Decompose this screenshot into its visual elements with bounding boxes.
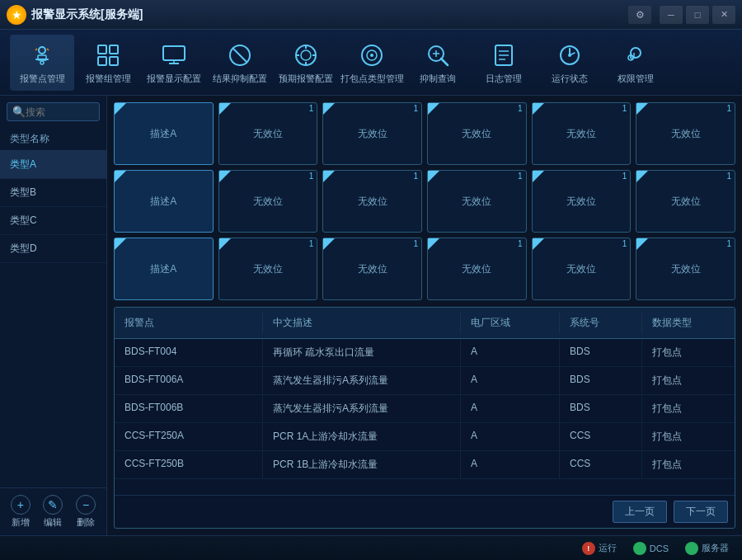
card-r2-c5[interactable]: 1无效位 (636, 238, 735, 300)
card-r0-c1[interactable]: 1无效位 (218, 102, 318, 165)
table-area: 报警点 中文描述 电厂区域 系统号 数据类型 BDS-FT004再循环 疏水泵出… (114, 307, 735, 529)
card-num: 1 (622, 104, 627, 113)
card-corner (428, 171, 439, 182)
card-r0-c0[interactable]: 描述A (114, 102, 214, 165)
sidebar-item-typeD[interactable]: 类型D (0, 235, 106, 263)
toolbar-item-alarm-point[interactable]: 报警点管理 (10, 35, 74, 91)
toolbar-item-log[interactable]: 日志管理 (472, 35, 536, 91)
log-icon (489, 40, 519, 70)
delete-button[interactable]: − 删除 (76, 495, 96, 529)
toolbar-item-query[interactable]: 抑制查询 (406, 35, 470, 91)
table-row[interactable]: BDS-FT006A蒸汽发生器排污A系列流量ABDS打包点 (115, 367, 735, 395)
sidebar-item-typeB[interactable]: 类型B (0, 179, 106, 207)
card-num: 1 (726, 239, 731, 248)
add-icon: + (11, 495, 31, 515)
card-corner (115, 171, 126, 182)
card-text: 无效位 (358, 195, 387, 209)
card-text: 无效位 (566, 127, 596, 141)
edit-button[interactable]: ✎ 编辑 (43, 495, 63, 529)
table-row[interactable]: BDS-FT004再循环 疏水泵出口流量ABDS打包点 (115, 339, 735, 367)
card-text: 无效位 (671, 127, 701, 141)
toolbar-label-alarm-point: 报警点管理 (20, 73, 65, 84)
delete-label: 删除 (77, 516, 95, 529)
card-num: 1 (309, 172, 314, 181)
sidebar-item-typeC[interactable]: 类型C (0, 207, 106, 235)
search-bar[interactable]: 🔍 (7, 102, 100, 121)
title-bar: ★ 报警显示系统[服务端] ⚙ ─ □ ✕ (0, 0, 742, 30)
status-bar: ! 运行 DCS 服务器 (0, 535, 742, 560)
table-pagination: 上一页 下一页 (115, 495, 735, 528)
minimize-button[interactable]: ─ (660, 6, 683, 24)
card-corner (219, 171, 231, 182)
table-row[interactable]: CCS-FT250BPCR 1B上游冷却水流量ACCS打包点 (115, 451, 735, 479)
toolbar-item-alarm-display[interactable]: 报警显示配置 (142, 35, 206, 91)
table-cell: BDS-FT006B (115, 395, 263, 422)
card-num: 1 (518, 104, 523, 113)
search-icon: 🔍 (12, 106, 26, 118)
table-cell: A (461, 395, 560, 422)
card-r2-c2[interactable]: 1无效位 (322, 238, 422, 300)
card-r1-c4[interactable]: 1无效位 (532, 170, 632, 233)
prev-page-button[interactable]: 上一页 (613, 501, 667, 523)
card-r0-c2[interactable]: 1无效位 (322, 102, 422, 165)
toolbar-item-status[interactable]: 运行状态 (538, 35, 602, 91)
table-cell: CCS-FT250B (115, 451, 263, 478)
card-text: 无效位 (358, 127, 387, 141)
table-cell: A (461, 423, 560, 450)
toolbar-item-predict[interactable]: 预期报警配置 (274, 35, 338, 91)
svg-point-23 (370, 54, 373, 57)
svg-point-0 (39, 47, 45, 54)
add-button[interactable]: + 新增 (11, 495, 31, 529)
card-r1-c5[interactable]: 1无效位 (636, 170, 735, 233)
card-r0-c4[interactable]: 1无效位 (532, 102, 632, 165)
card-r1-c0[interactable]: 描述A (114, 170, 214, 233)
card-r2-c3[interactable]: 1无效位 (427, 238, 527, 300)
svg-rect-10 (163, 46, 185, 60)
table-cell: A (461, 367, 560, 394)
card-text: 描述A (150, 127, 176, 141)
toolbar-item-suppress[interactable]: 结果抑制配置 (208, 35, 272, 91)
svg-point-3 (40, 61, 44, 64)
status-label-running: 运行 (599, 542, 617, 554)
edit-icon: ✎ (43, 495, 63, 515)
card-num: 1 (413, 172, 418, 181)
card-r1-c1[interactable]: 1无效位 (218, 170, 318, 233)
card-r1-c3[interactable]: 1无效位 (427, 170, 527, 233)
table-row[interactable]: CCS-FT250APCR 1A上游冷却水流量ACCS打包点 (115, 423, 735, 451)
card-r2-c4[interactable]: 1无效位 (532, 238, 632, 300)
card-corner (533, 171, 544, 182)
toolbar-label-status: 运行状态 (552, 73, 588, 84)
table-cell: PCR 1A上游冷却水流量 (263, 423, 461, 450)
table-cell: 打包点 (642, 395, 725, 422)
card-r0-c3[interactable]: 1无效位 (427, 102, 527, 165)
search-input[interactable] (26, 106, 92, 118)
table-header-desc: 中文描述 (263, 313, 461, 333)
toolbar-label-alarm-display: 报警显示配置 (147, 73, 201, 84)
table-cell: PCR 1B上游冷却水流量 (263, 451, 461, 478)
card-text: 无效位 (253, 262, 283, 276)
close-button[interactable]: ✕ (712, 6, 735, 24)
card-corner (323, 103, 335, 115)
toolbar-item-alarm-group[interactable]: 报警组管理 (76, 35, 140, 91)
svg-rect-9 (110, 57, 118, 65)
table-cell: 打包点 (642, 423, 725, 450)
sidebar-item-typeA[interactable]: 类型A (0, 151, 106, 179)
maximize-button[interactable]: □ (686, 6, 709, 24)
toolbar-item-auth[interactable]: 权限管理 (603, 35, 668, 91)
delete-icon: − (76, 495, 96, 515)
toolbar-item-package[interactable]: 打包点类型管理 (340, 35, 404, 91)
card-num: 1 (518, 172, 523, 181)
card-r0-c5[interactable]: 1无效位 (636, 102, 735, 165)
settings-button[interactable]: ⚙ (628, 6, 651, 24)
card-text: 描述A (150, 262, 176, 276)
card-r2-c1[interactable]: 1无效位 (218, 238, 318, 300)
table-row[interactable]: BDS-FT006B蒸汽发生器排污A系列流量ABDS打包点 (115, 395, 735, 423)
table-cell: BDS-FT006A (115, 367, 263, 394)
card-r2-c0[interactable]: 描述A (114, 238, 214, 300)
toolbar-label-package: 打包点类型管理 (340, 73, 404, 84)
next-page-button[interactable]: 下一页 (674, 501, 728, 523)
card-r1-c2[interactable]: 1无效位 (322, 170, 422, 233)
svg-rect-8 (98, 57, 106, 65)
query-icon (423, 40, 453, 70)
table-cell: BDS (560, 395, 642, 422)
